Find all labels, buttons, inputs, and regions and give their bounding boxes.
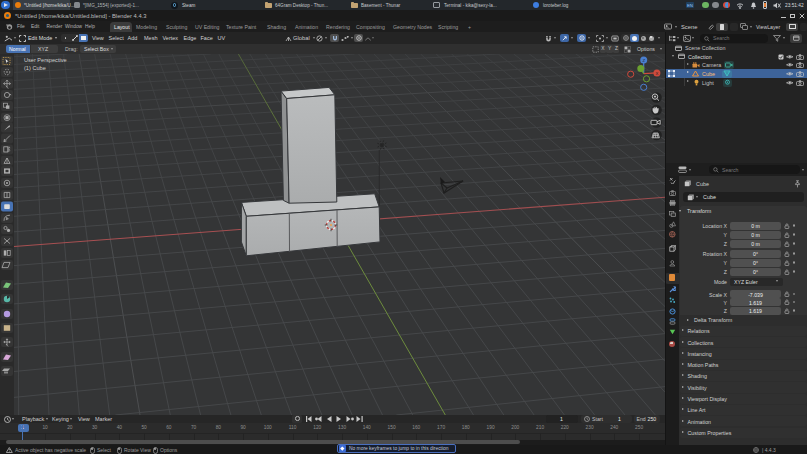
svg-text:X: X: [655, 71, 658, 76]
svg-text:User Perspective: User Perspective: [24, 57, 67, 63]
svg-text:(1) Cube: (1) Cube: [24, 65, 46, 71]
svg-text:Z: Z: [642, 58, 645, 63]
